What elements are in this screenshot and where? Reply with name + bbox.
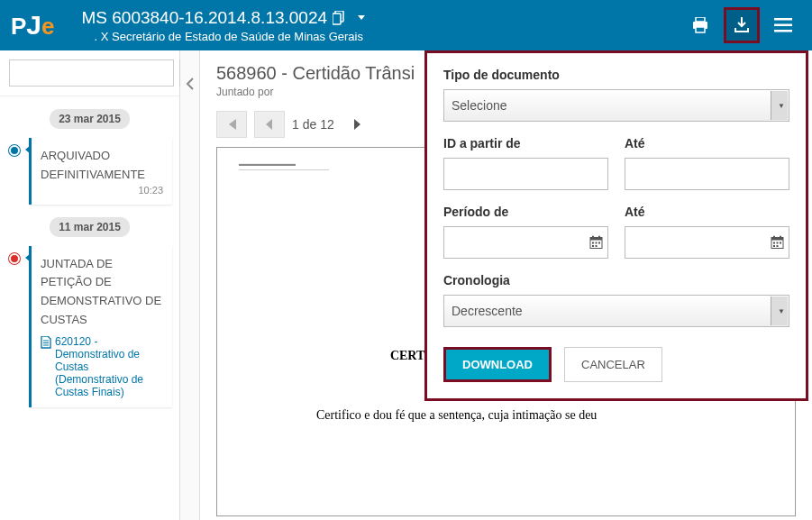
input-id-to[interactable] xyxy=(625,158,789,190)
event-title: ARQUIVADO DEFINITIVAMENTE xyxy=(41,147,163,185)
select-doc-type[interactable]: Selecione xyxy=(443,89,789,122)
download-confirm-button[interactable]: DOWNLOAD xyxy=(443,347,552,382)
case-number: MS 6003840-16.2014.8.13.0024 xyxy=(82,8,373,28)
timeline-sidebar: 23 mar 2015 ARQUIVADO DEFINITIVAMENTE 10… xyxy=(0,50,180,520)
app-header: PJe MS 6003840-16.2014.8.13.0024 . X Sec… xyxy=(0,0,812,50)
event-time: 10:23 xyxy=(41,185,163,196)
timeline-list[interactable]: 23 mar 2015 ARQUIVADO DEFINITIVAMENTE 10… xyxy=(0,96,179,520)
case-number-text: MS 6003840-16.2014.8.13.0024 xyxy=(82,8,328,28)
svg-rect-4 xyxy=(696,27,705,32)
logo-e: e xyxy=(41,13,54,41)
event-doc-text: 620120 - Demonstrativo de Custas (Demons… xyxy=(55,335,163,398)
header-actions xyxy=(682,7,801,43)
marker-dot-icon xyxy=(9,253,20,264)
marker-dot-icon xyxy=(9,145,20,156)
case-party: . X Secretário de Estado de Saúde de Min… xyxy=(95,30,373,43)
panel-actions: DOWNLOAD CANCELAR xyxy=(443,347,789,382)
filter-bar xyxy=(0,50,179,96)
timeline-event[interactable]: ARQUIVADO DEFINITIVAMENTE 10:23 xyxy=(29,138,172,205)
svg-rect-5 xyxy=(774,18,792,21)
doc-body: Certifico e dou fé que a sentença, cuja … xyxy=(244,408,768,423)
pager-first-button[interactable] xyxy=(216,111,247,138)
svg-rect-2 xyxy=(696,17,705,22)
label-period-to: Até xyxy=(625,205,789,219)
pager-next-button[interactable] xyxy=(342,111,372,138)
download-button[interactable] xyxy=(724,7,760,43)
label-doc-type: Tipo de documento xyxy=(443,68,789,82)
logo-p: P xyxy=(11,13,26,41)
pager-info: 1 de 12 xyxy=(292,117,334,132)
pager-prev-button[interactable] xyxy=(254,111,285,138)
cancel-button[interactable]: CANCELAR xyxy=(564,347,662,382)
print-button[interactable] xyxy=(682,7,718,43)
timeline-event[interactable]: JUNTADA DE PETIÇÃO DE DEMONSTRATIVO DE C… xyxy=(29,246,172,407)
logo-j: J xyxy=(26,10,41,41)
event-title: JUNTADA DE PETIÇÃO DE DEMONSTRATIVO DE C… xyxy=(41,255,163,330)
collapse-sidebar-button[interactable] xyxy=(180,50,200,520)
select-cronologia[interactable]: Decrescente xyxy=(443,295,789,327)
menu-button[interactable] xyxy=(765,7,801,43)
page-header-logo: ▬▬▬▬▬▬▬▬▬ xyxy=(239,160,329,170)
app-logo: PJe xyxy=(11,10,55,41)
case-info: MS 6003840-16.2014.8.13.0024 . X Secretá… xyxy=(82,8,373,43)
svg-rect-7 xyxy=(774,30,792,32)
event-doc-link[interactable]: 620120 - Demonstrativo de Custas (Demons… xyxy=(41,335,163,398)
label-cronologia: Cronologia xyxy=(443,273,789,287)
timeline-date: 11 mar 2015 xyxy=(50,217,130,237)
copy-icon[interactable] xyxy=(333,11,345,25)
input-id-from[interactable] xyxy=(443,158,608,190)
file-icon xyxy=(41,336,51,349)
timeline-date: 23 mar 2015 xyxy=(50,109,130,129)
download-panel: Tipo de documento Selecione ID a partir … xyxy=(424,50,808,401)
label-id-to: Até xyxy=(625,136,789,151)
filter-input[interactable] xyxy=(9,59,174,87)
svg-rect-1 xyxy=(333,14,341,24)
case-dropdown-icon[interactable] xyxy=(351,15,372,20)
label-period-from: Período de xyxy=(443,205,608,219)
input-period-from[interactable] xyxy=(443,226,608,259)
label-id-from: ID a partir de xyxy=(443,136,608,151)
input-period-to[interactable] xyxy=(625,226,789,259)
svg-rect-6 xyxy=(774,24,792,27)
